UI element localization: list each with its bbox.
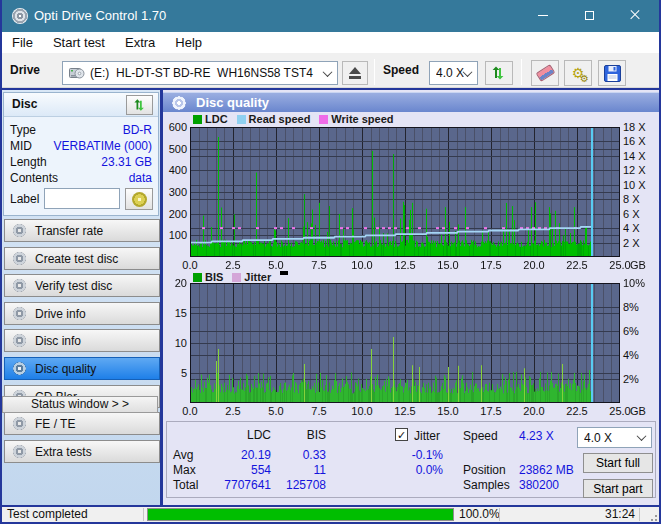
y2-axis-label: 2 X [623,237,653,249]
drive-select[interactable]: (E:) HL-DT-ST BD-RE WH16NS58 TST4 [62,61,338,85]
progress-fill [148,509,453,520]
position-stat-value: 23862 MB [519,463,574,477]
toolbar-separator [374,59,375,85]
disc-prop-length: Length23.31 GB [10,155,152,171]
save-button[interactable] [598,60,626,86]
menu-bar: FileStart testExtraHelp [2,32,659,53]
disc-prop-mid: MIDVERBATIMe (000) [10,139,152,155]
refresh-button[interactable] [485,61,513,85]
sidebar-item-drive-info[interactable]: Drive info [4,302,160,325]
settings-button[interactable]: ⚙ ⚙ [564,60,592,86]
stat-bis-value: 125708 [277,478,326,492]
sidebar-item-verify-test-disc[interactable]: Verify test disc [4,274,160,297]
sidebar-item-label: Drive info [35,307,86,321]
legend-swatch [193,273,202,282]
y2-axis-label: 10% [623,277,653,289]
chevron-down-icon [463,67,473,77]
x-axis-label: 22.5 [562,405,592,417]
legend-swatch [319,115,328,124]
samples-stat-label: Samples [463,478,510,492]
x-axis-label: 0.0 [175,259,205,271]
menu-extra[interactable]: Extra [115,32,165,53]
y2-axis-label: 18 X [623,121,653,133]
eraser-icon [535,64,555,82]
disc-prop-value: BD-R [123,123,152,137]
samples-stat-value: 380200 [519,478,559,492]
sidebar-item-fe-te[interactable]: FE / TE [4,412,160,435]
close-button[interactable] [615,0,655,30]
y2-axis-label: 12 X [623,164,653,176]
x-axis-label: 10.0 [347,259,377,271]
disc-box-title: Disc [12,97,37,111]
col-header-ldc: LDC [221,428,271,442]
ldc-chart-legend: LDCRead speedWrite speed [193,113,394,125]
save-icon [604,65,621,82]
disc-prop-label: Contents [10,171,58,185]
x-axis-label: 5.0 [261,405,291,417]
app-window: Opti Drive Control 1.70 FileStart testEx… [0,0,661,524]
drive-value: (E:) HL-DT-ST BD-RE WH16NS58 TST4 [90,66,324,80]
y2-axis-label: 6 X [623,208,653,220]
disc-prop-label: MID [10,139,32,153]
disc-box-header: Disc [4,93,158,117]
speed-select[interactable]: 4.0 X [429,61,478,85]
status-bar: Test completed 100.0% 31:24 [2,507,659,522]
x-axis-unit: GB [630,405,654,417]
legend-swatch [232,273,241,282]
legend-item-read-speed: Read speed [237,113,311,125]
legend-swatch [237,115,246,124]
jitter-marker [280,271,288,275]
x-axis-label: 2.5 [218,405,248,417]
x-axis-label: 7.5 [304,259,334,271]
jitter-checkbox[interactable]: ✓ [395,428,408,441]
y-axis-label: 400 [163,164,187,176]
y2-axis-label: 4 X [623,222,653,234]
y2-axis-label: 4% [623,349,653,361]
drive-label: Drive [10,63,40,77]
erase-disc-button[interactable] [531,60,559,86]
position-stat-label: Position [463,463,506,477]
menu-start-test[interactable]: Start test [43,32,115,53]
window-title: Opti Drive Control 1.70 [34,0,166,32]
eject-button[interactable] [342,61,368,85]
disc-refresh-button[interactable] [126,95,153,115]
left-panel: Disc Label TypeBD-RMIDVERBATIMe (000)Len… [2,90,160,505]
elapsed-time: 31:24 [557,507,635,522]
menu-file[interactable]: File [2,32,43,53]
sidebar-item-label: Create test disc [35,252,118,266]
y-axis-label: 10 [163,337,187,349]
menu-help[interactable]: Help [165,32,212,53]
minimize-button[interactable] [523,0,563,30]
disc-prop-label: Type [10,123,36,137]
sidebar-item-label: Transfer rate [35,224,103,238]
start-part-button[interactable]: Start part [583,479,653,498]
refresh-icon [133,98,147,112]
maximize-button[interactable] [569,0,609,30]
sidebar-item-transfer-rate[interactable]: Transfer rate [4,219,160,242]
refresh-icon [491,65,507,81]
statusbar-separator [143,508,144,521]
sidebar-item-disc-info[interactable]: Disc info [4,329,160,352]
sidebar-item-extra-tests[interactable]: Extra tests [4,440,160,463]
status-window-button[interactable]: Status window > > [2,396,158,413]
sidebar-item-create-test-disc[interactable]: Create test disc [4,247,160,270]
start-full-button[interactable]: Start full [583,453,653,473]
x-axis-label: 2.5 [218,259,248,271]
x-axis-label: 20.0 [519,405,549,417]
cd-icon [13,224,26,237]
y2-axis-label: 8% [623,301,653,313]
sidebar-item-disc-quality[interactable]: Disc quality [4,357,160,380]
eject-icon [349,67,361,79]
x-axis-label: 10.0 [347,405,377,417]
x-axis-label: 12.5 [390,259,420,271]
stat-ldc-value: 7707641 [221,478,271,492]
y2-axis-label: 16 X [623,135,653,147]
jitter-checkbox-label: Jitter [414,429,440,443]
x-axis-label: 0.0 [175,405,205,417]
label-input[interactable] [44,188,120,209]
resize-grip[interactable] [651,515,657,521]
panel-title: Disc quality [196,95,269,110]
legend-item-jitter: Jitter [232,271,271,283]
disc-label-button[interactable] [125,188,153,210]
test-speed-select[interactable]: 4.0 X [577,427,652,448]
